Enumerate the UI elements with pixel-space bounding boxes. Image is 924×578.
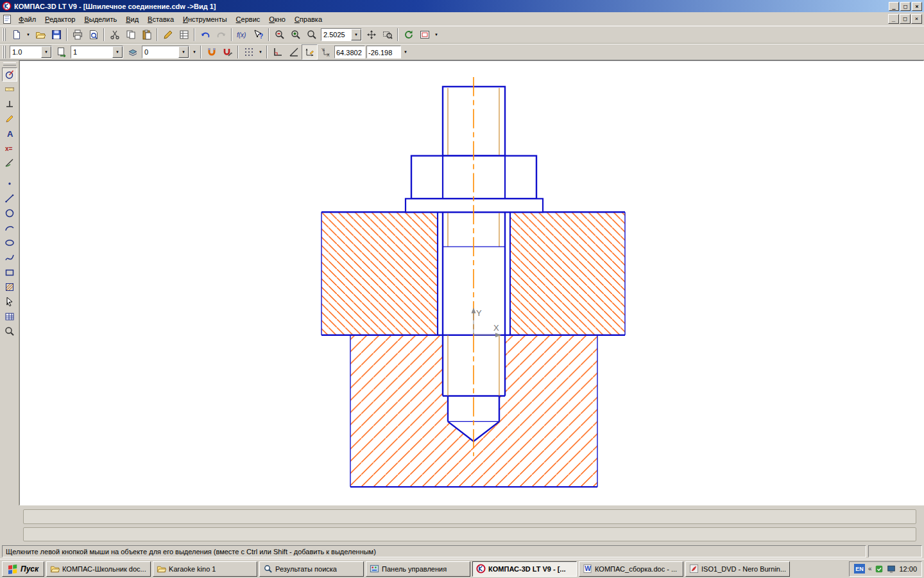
layers-button[interactable] <box>124 44 141 60</box>
menu-editor[interactable]: Редактор <box>40 13 80 25</box>
zoom-select-button[interactable] <box>304 27 320 42</box>
page-state-button[interactable] <box>53 44 69 60</box>
toolbar-overflow-button[interactable]: ▼ <box>432 27 440 42</box>
refresh-image-button[interactable] <box>400 27 416 42</box>
paste-button[interactable] <box>139 27 155 42</box>
layer-value-input[interactable] <box>142 46 178 58</box>
step-combo-dropdown[interactable]: ▼ <box>41 46 51 58</box>
control-panel-icon <box>370 564 379 574</box>
window-restore-button[interactable]: □ <box>900 2 911 11</box>
menu-window[interactable]: Окно <box>264 13 290 25</box>
drawing-view[interactable]: Y X <box>20 61 923 505</box>
coord-y-input[interactable] <box>367 47 400 58</box>
tool-circle-button[interactable] <box>2 206 17 220</box>
menu-help[interactable]: Справка <box>290 13 327 25</box>
coord-x-input[interactable] <box>335 47 364 58</box>
undo-button[interactable] <box>197 27 213 42</box>
angle-lock-button[interactable] <box>286 44 302 60</box>
menu-view[interactable]: Вид <box>121 13 143 25</box>
taskbar-item-control-panel[interactable]: Панель управления <box>366 561 470 577</box>
tool-editing-button[interactable] <box>2 112 17 126</box>
save-document-button[interactable] <box>48 27 64 42</box>
tool-selection-button[interactable] <box>2 295 17 309</box>
tool-hatch-button[interactable] <box>2 280 17 294</box>
menu-select[interactable]: Выделить <box>80 13 121 25</box>
measure-icon <box>4 158 15 168</box>
compact-panel-grip[interactable] <box>3 62 16 66</box>
taskbar-item-folder-1[interactable]: КОМПАС-Школьник doc... <box>46 561 151 577</box>
zoom-in-button[interactable] <box>287 27 304 42</box>
mdi-close-button[interactable]: × <box>911 14 922 24</box>
window-minimize-button[interactable]: _ <box>889 2 899 11</box>
menu-tools[interactable]: Инструменты <box>178 13 232 25</box>
copy-properties-button[interactable] <box>160 27 176 42</box>
start-button[interactable]: Пуск <box>2 561 44 577</box>
language-indicator[interactable]: EN <box>854 564 865 574</box>
axes-pencil-icon <box>305 47 315 57</box>
tray-collapse-chevron[interactable]: « <box>868 565 872 572</box>
sheet-value-input[interactable] <box>71 46 112 58</box>
tool-arc-button[interactable] <box>2 221 17 235</box>
zoom-out-button[interactable] <box>271 27 287 42</box>
tool-table-button[interactable] <box>2 310 17 324</box>
print-preview-button[interactable] <box>85 27 101 42</box>
taskbar-item-kompas[interactable]: КОМПАС-3D LT V9 - [... <box>472 561 577 577</box>
copy-button[interactable] <box>123 27 139 42</box>
taskbar-item-search-results[interactable]: Результаты поиска <box>259 561 364 577</box>
pan-button[interactable] <box>363 27 379 42</box>
open-document-button[interactable] <box>32 27 48 42</box>
object-help-button[interactable] <box>250 27 266 42</box>
show-all-button[interactable] <box>416 27 432 42</box>
tool-text-button[interactable] <box>2 127 17 141</box>
tool-rectangle-button[interactable] <box>2 265 17 279</box>
zoom-rect-button[interactable] <box>379 27 395 42</box>
toolbar-grip[interactable] <box>3 28 6 41</box>
tool-zoom-button[interactable] <box>2 324 17 338</box>
tool-geometry-button[interactable] <box>2 67 17 82</box>
mdi-restore-button[interactable]: □ <box>900 14 911 24</box>
new-document-button[interactable] <box>8 27 24 42</box>
tool-segment-button[interactable] <box>2 191 17 206</box>
drawing-canvas[interactable]: Y X <box>19 60 924 505</box>
taskbar-item-folder-2[interactable]: Karaoke kino 1 <box>153 561 257 577</box>
redo-button[interactable] <box>213 27 229 42</box>
cut-button[interactable] <box>107 27 123 42</box>
taskbar-item-nero[interactable]: ISO1_DVD - Nero Burnin... <box>685 561 790 577</box>
global-snap-button[interactable] <box>203 44 219 60</box>
grid-dropdown[interactable]: ▼ <box>257 44 264 60</box>
menu-insert[interactable]: Вставка <box>143 13 178 25</box>
zoom-combo-dropdown[interactable]: ▼ <box>351 29 361 40</box>
object-list-button[interactable] <box>176 27 192 42</box>
layers-icon <box>128 47 138 57</box>
step-value-input[interactable] <box>10 46 41 58</box>
toolbar-grip[interactable] <box>3 46 6 58</box>
tool-ellipse-button[interactable] <box>2 236 17 250</box>
tray-antivirus-icon[interactable] <box>875 565 884 574</box>
mdi-minimize-button[interactable]: _ <box>888 14 899 24</box>
local-csys-button[interactable] <box>270 44 286 60</box>
layer-combo-dropdown[interactable]: ▼ <box>178 46 189 58</box>
tray-network-icon[interactable] <box>887 565 896 574</box>
zoom-value-input[interactable] <box>321 29 351 40</box>
tool-measure-button[interactable] <box>2 156 17 170</box>
tool-spline-button[interactable] <box>2 250 17 265</box>
tool-designations-button[interactable] <box>2 97 17 111</box>
grid-button[interactable] <box>241 44 257 60</box>
new-document-dropdown[interactable]: ▼ <box>24 27 32 42</box>
standard-toolbar: ▼ ▼ ▼ <box>0 26 924 44</box>
menu-service[interactable]: Сервис <box>232 13 265 25</box>
layer-options-dropdown[interactable]: ▼ <box>191 44 198 60</box>
print-button[interactable] <box>69 27 85 42</box>
window-close-button[interactable]: × <box>912 2 922 11</box>
local-snap-button[interactable] <box>219 44 235 60</box>
tool-point-button[interactable] <box>2 177 17 191</box>
variables-button[interactable] <box>234 27 250 42</box>
params-overflow-button[interactable]: ▼ <box>402 44 409 60</box>
tool-dimensions-button[interactable] <box>2 82 17 96</box>
tool-parametrization-button[interactable] <box>2 141 17 155</box>
menu-file[interactable]: Файл <box>14 13 40 25</box>
coords-mode-button[interactable] <box>318 44 334 60</box>
ortho-drawing-button[interactable] <box>302 44 318 60</box>
taskbar-item-word-doc[interactable]: КОМПАС_сборка.doc - ... <box>579 561 683 577</box>
sheet-combo-dropdown[interactable]: ▼ <box>112 46 123 58</box>
